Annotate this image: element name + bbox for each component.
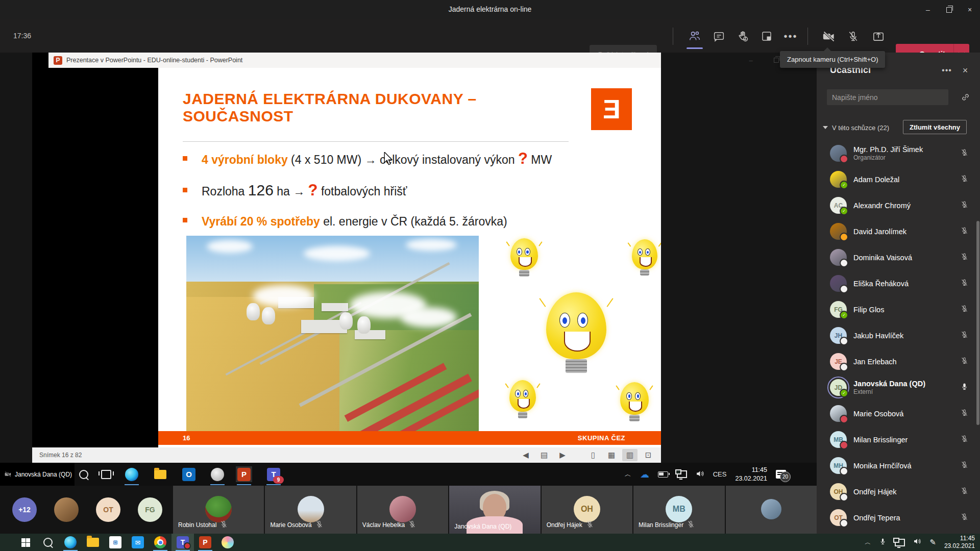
panel-more-button[interactable]: ••• [940,64,953,77]
taskbar-store[interactable]: ⊞ [104,534,127,551]
mic-off-icon [960,278,969,289]
overflow-avatar[interactable]: +12 [12,497,37,522]
taskbar-app[interactable] [209,466,226,482]
video-tile[interactable] [725,486,817,534]
participant-row[interactable]: OHOndřej Hájek [817,479,980,505]
microphone-tray-icon[interactable] [879,538,887,547]
participant-row[interactable]: OTOndřej Tepera [817,505,980,531]
taskbar-chrome[interactable] [149,534,172,551]
participant-row[interactable]: JHJakub Havlíček [817,322,980,348]
participant-row[interactable]: MBMilan Brisslinger [817,427,980,453]
participant-row[interactable]: Mgr. Ph.D. Jiří ŠimekOrganizátor [817,140,980,166]
taskbar-file-explorer[interactable] [152,466,168,482]
display-icon[interactable] [895,539,905,546]
volume-icon[interactable] [913,537,921,547]
mouse-cursor [383,152,394,165]
panel-close-button[interactable]: × [959,64,972,77]
raise-hand-button[interactable] [732,26,753,47]
next-slide-button[interactable]: ▶ [555,449,570,461]
participants-button[interactable] [684,26,705,47]
taskbar-mail[interactable]: ✉ [127,534,149,551]
meeting-title: Jaderná elektrárna on-line [0,5,980,13]
overflow-participants: +12OTFG [0,486,172,534]
tray-expand-chevron[interactable]: ︿ [625,470,631,479]
mute-all-button[interactable]: Ztlumit všechny [903,120,967,134]
powerpoint-window-title: Prezentace v PowerPointu - EDU-online-st… [66,57,242,64]
overflow-photo-avatar[interactable] [54,497,79,522]
taskbar-search-button[interactable] [37,534,59,551]
lightbulb-illustration [632,239,657,278]
tray-expand-chevron[interactable]: ︿ [865,538,871,547]
start-button[interactable] [14,534,37,551]
overflow-avatar[interactable]: OT [96,497,120,522]
overflow-avatar[interactable]: FG [138,497,162,522]
section-collapse-chevron[interactable] [823,126,828,129]
task-view-button[interactable] [98,466,114,482]
chat-button[interactable] [708,26,729,47]
participant-search-input[interactable] [827,93,948,102]
video-tile[interactable]: Marie Osobová [264,486,356,534]
presence-status-dot [840,493,848,502]
taskbar-edge[interactable] [59,534,82,551]
breakout-rooms-button[interactable] [756,26,777,47]
action-center-icon[interactable]: 20 [776,470,786,479]
previous-slide-button[interactable]: ◀ [518,449,533,461]
video-tile[interactable]: Václav Hebelka [356,486,448,534]
share-screen-button[interactable] [868,26,889,47]
taskbar-edge[interactable] [124,466,140,482]
system-clock[interactable]: 11:4523.02.2021 [944,535,975,550]
participant-row[interactable]: ✓Adam Doležal [817,166,980,192]
onedrive-icon[interactable]: ☁ [640,469,649,480]
tile-avatar [298,496,324,522]
presence-status-dot [840,415,848,423]
video-tile[interactable]: OHOndřej Hájek [541,486,632,534]
presence-status-dot: ✓ [840,389,848,397]
taskbar-teams-active[interactable]: T [172,534,194,551]
taskbar-file-explorer[interactable] [82,534,104,551]
video-tile[interactable]: MBMilan Brisslinger [632,486,724,534]
language-indicator[interactable]: CES [713,470,727,478]
window-maximize-button[interactable] [940,3,958,16]
participant-row[interactable]: David Jarolímek [817,218,980,244]
powerpoint-minimize-button[interactable]: – [740,53,762,68]
camera-toggle-button[interactable] [818,26,839,47]
participant-row[interactable]: Dominika Vaisová [817,244,980,270]
participant-row[interactable]: MHMonika Hrnčířová [817,453,980,479]
video-tile[interactable]: Janovská Dana (QD) [448,486,540,534]
participant-row[interactable]: FG✓Filip Glos [817,296,980,322]
taskbar-paint3d[interactable] [216,534,239,551]
participant-name: Jakub Havlíček [853,332,903,340]
reading-view-button[interactable]: ▥ [622,449,638,461]
microsoft-store-icon: ⊞ [109,536,121,548]
window-minimize-button[interactable]: – [919,3,937,16]
mic-off-icon [960,174,969,185]
participants-scrollbar[interactable] [976,221,979,425]
presence-status-dot [840,467,848,475]
battery-icon[interactable] [658,471,668,478]
slideshow-view-button[interactable]: ⊡ [641,449,656,461]
participant-row[interactable]: Eliška Řeháková [817,270,980,296]
display-icon[interactable] [677,470,687,478]
participant-name: Adam Doležal [853,176,899,184]
participant-row[interactable]: AC✓Alexandr Chromý [817,192,980,218]
slide-sorter-view-button[interactable]: ▦ [604,449,619,461]
taskbar-teams[interactable]: T 9 [265,466,282,482]
taskbar-powerpoint-active[interactable]: P [236,466,252,482]
participant-row[interactable]: Marie Osobová [817,400,980,427]
lightbulb-illustration [510,238,538,279]
taskbar-outlook[interactable]: O [181,466,197,482]
shared-clock[interactable]: 11:4523.02.2021 [735,466,767,483]
menu-button[interactable]: ▤ [536,449,552,461]
video-tile[interactable]: Robin Ustohal [172,486,264,534]
normal-view-button[interactable]: ▯ [585,449,601,461]
more-actions-button[interactable]: ••• [780,26,801,47]
volume-icon[interactable] [696,469,704,480]
window-close-button[interactable]: × [961,3,978,16]
participant-row[interactable]: JD✓Janovská Dana (QD)Externí [817,374,980,400]
microphone-toggle-button[interactable] [842,26,864,47]
copy-link-button[interactable] [958,89,973,105]
taskbar-powerpoint[interactable]: P [194,534,216,551]
pen-icon[interactable]: ✎ [929,538,936,547]
participant-row[interactable]: JEJan Erlebach [817,348,980,374]
taskbar-search-button[interactable] [76,466,92,482]
